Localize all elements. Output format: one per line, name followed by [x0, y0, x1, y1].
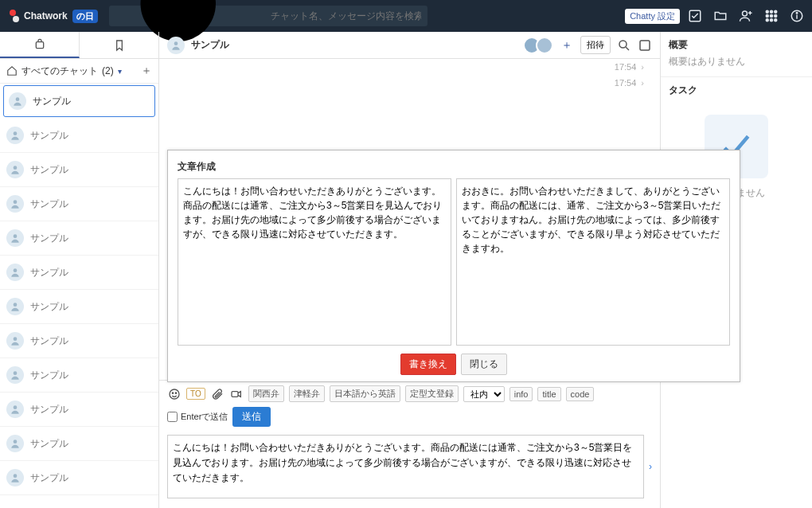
- add-contact-icon[interactable]: [739, 9, 753, 23]
- chat-item[interactable]: サンプル: [0, 358, 158, 393]
- chat-item-active[interactable]: サンプル: [3, 85, 155, 117]
- svg-point-8: [775, 10, 777, 13]
- chip-title[interactable]: title: [537, 387, 560, 401]
- chat-item-label: サンプル: [33, 95, 71, 108]
- scope-select[interactable]: 社内: [463, 386, 505, 402]
- avatar-icon: [6, 469, 24, 487]
- chat-item[interactable]: サンプル: [0, 427, 158, 461]
- enter-send-label: Enterで送信: [181, 411, 228, 423]
- chat-item[interactable]: サンプル: [0, 256, 158, 290]
- avatar-icon: [6, 401, 24, 418]
- send-button[interactable]: 送信: [232, 407, 271, 427]
- chat-filter-dropdown[interactable]: すべてのチャット(2) ▾: [6, 64, 122, 78]
- tab-bookmarks[interactable]: [80, 32, 158, 58]
- close-button[interactable]: 閉じる: [461, 354, 507, 375]
- convert-ja2en-button[interactable]: 日本語から英語: [330, 385, 400, 402]
- svg-point-32: [619, 41, 627, 48]
- chat-item[interactable]: サンプル: [0, 221, 158, 256]
- svg-point-26: [14, 337, 18, 341]
- room-header: サンプル ＋ 招待: [159, 32, 660, 59]
- svg-line-33: [626, 47, 629, 50]
- chat-list: サンプル サンプルサンプルサンプルサンプルサンプルサンプルサンプルサンプルサンプ…: [0, 84, 158, 508]
- expand-compose-icon[interactable]: ›: [647, 461, 654, 472]
- svg-point-20: [14, 131, 18, 135]
- chat-item-label: サンプル: [30, 471, 68, 485]
- chat-item-label: サンプル: [30, 163, 68, 177]
- chat-item-label: サンプル: [30, 232, 68, 245]
- chat-item[interactable]: サンプル: [0, 187, 158, 221]
- chat-item[interactable]: サンプル: [0, 324, 158, 358]
- chat-item-label: サンプル: [30, 129, 68, 143]
- chat-item[interactable]: サンプル: [0, 393, 158, 427]
- svg-point-14: [775, 19, 777, 21]
- svg-rect-18: [36, 41, 43, 48]
- timestamp: 17:54: [615, 78, 637, 88]
- chat-item-label: サンプル: [30, 334, 68, 348]
- topbar: Chatwork の日 Chatty 設定: [0, 0, 812, 32]
- chat-item[interactable]: サンプル: [0, 153, 158, 187]
- svg-rect-34: [640, 41, 650, 50]
- convert-tsugaru-button[interactable]: 津軽弁: [289, 385, 325, 402]
- enter-send-toggle[interactable]: Enterで送信: [167, 411, 228, 423]
- avatar-icon: [6, 161, 24, 178]
- rewrite-button[interactable]: 書き換え: [400, 354, 456, 375]
- avatar-icon: [6, 366, 24, 384]
- chat-item[interactable]: サンプル: [0, 290, 158, 324]
- chat-item[interactable]: サンプル: [0, 461, 158, 495]
- svg-point-28: [14, 405, 18, 409]
- svg-point-37: [175, 393, 176, 393]
- video-icon[interactable]: [229, 387, 244, 401]
- folder-icon[interactable]: [713, 9, 728, 23]
- chevron-right-icon: ›: [641, 62, 644, 72]
- chat-item[interactable]: サンプル: [0, 119, 158, 153]
- search-box[interactable]: [109, 6, 427, 26]
- editor-right-textarea[interactable]: [456, 178, 730, 346]
- logo: Chatwork の日: [8, 10, 98, 23]
- center-column: サンプル ＋ 招待 17:54› 17:54› 文章作成: [159, 32, 661, 508]
- svg-point-25: [14, 303, 18, 307]
- compose-textarea[interactable]: [167, 435, 644, 498]
- chat-item-label: サンプル: [30, 266, 68, 279]
- room-title: サンプル: [191, 38, 229, 52]
- chat-filter-count: (2): [102, 65, 114, 76]
- chip-code[interactable]: code: [566, 387, 595, 401]
- invite-button[interactable]: 招待: [580, 36, 611, 54]
- overview-title: 概要: [661, 32, 812, 53]
- svg-point-12: [766, 19, 768, 21]
- left-tabs: [0, 32, 158, 59]
- member-avatars[interactable]: [528, 37, 553, 54]
- info-icon[interactable]: [790, 9, 804, 23]
- compose-area: TO 関西弁 津軽弁 日本語から英語 定型文登録 社内 info title c…: [159, 380, 660, 508]
- compose-editor-panel: 文章作成 書き換え 閉じる: [167, 150, 740, 382]
- chevron-down-icon: ▾: [118, 67, 122, 76]
- attachment-icon[interactable]: [210, 387, 224, 401]
- svg-point-11: [775, 15, 777, 18]
- checkbox-icon[interactable]: [688, 9, 702, 23]
- svg-point-7: [771, 10, 773, 13]
- search-icon[interactable]: [617, 38, 631, 53]
- avatar-icon: [9, 92, 26, 110]
- editor-left-textarea[interactable]: [178, 178, 451, 346]
- convert-kansai-button[interactable]: 関西弁: [248, 385, 284, 402]
- avatar-icon: [6, 435, 24, 452]
- chat-item-label: サンプル: [30, 300, 68, 314]
- to-button[interactable]: TO: [186, 388, 205, 400]
- chatty-settings-button[interactable]: Chatty 設定: [625, 9, 680, 24]
- apps-icon[interactable]: [764, 9, 779, 23]
- svg-point-9: [766, 15, 768, 18]
- expand-icon[interactable]: [638, 38, 652, 53]
- home-icon: [6, 65, 18, 76]
- tab-chats[interactable]: [0, 32, 80, 58]
- svg-point-35: [170, 389, 179, 399]
- enter-send-checkbox[interactable]: [167, 412, 178, 422]
- add-member-button[interactable]: ＋: [560, 38, 574, 53]
- add-chat-button[interactable]: ＋: [141, 64, 152, 78]
- search-input[interactable]: [271, 10, 421, 21]
- svg-point-10: [771, 15, 773, 18]
- svg-point-29: [14, 440, 18, 444]
- register-template-button[interactable]: 定型文登録: [405, 385, 459, 402]
- emoji-icon[interactable]: [167, 387, 182, 401]
- overview-empty-text: 概要はありません: [661, 53, 812, 76]
- chip-info[interactable]: info: [509, 387, 533, 401]
- svg-point-24: [14, 268, 18, 272]
